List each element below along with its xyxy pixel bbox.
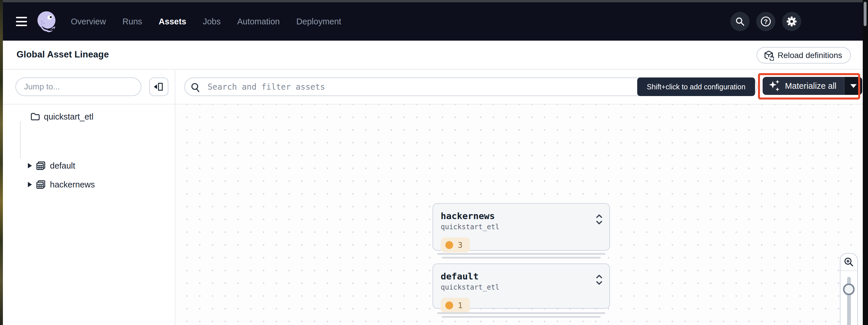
node-subtitle: quickstart_etl xyxy=(441,283,602,291)
search-icon xyxy=(735,17,745,26)
status-dot-icon xyxy=(445,301,453,309)
materialize-dropdown-button[interactable] xyxy=(844,77,862,95)
window-top-edge xyxy=(3,0,863,2)
chevron-down-icon xyxy=(850,84,857,88)
tooltip-text: Shift+click to add configuration xyxy=(647,83,745,91)
jump-to-input[interactable] xyxy=(16,77,142,96)
hamburger-menu-icon[interactable] xyxy=(16,17,27,26)
collapse-sidebar-button[interactable] xyxy=(149,77,168,96)
node-title: hackernews xyxy=(441,211,602,221)
zoom-slider-handle[interactable] xyxy=(843,284,855,295)
expand-collapse-icon[interactable] xyxy=(595,214,603,225)
settings-button[interactable] xyxy=(782,12,801,31)
sparkles-icon xyxy=(768,79,781,93)
materialize-tooltip: Shift+click to add configuration xyxy=(637,77,755,96)
stacked-assets-line xyxy=(437,253,605,255)
materialize-split-button: Materialize all xyxy=(763,77,862,95)
asset-group-icon xyxy=(36,180,46,189)
caret-right-icon[interactable] xyxy=(28,163,32,168)
expand-collapse-icon[interactable] xyxy=(595,274,603,286)
asset-count-badge: 1 xyxy=(441,298,470,313)
nav-item-overview[interactable]: Overview xyxy=(71,17,106,26)
zoom-in-button[interactable] xyxy=(840,254,857,271)
node-title: default xyxy=(441,271,602,282)
zoom-control xyxy=(840,253,858,325)
collapse-panel-icon xyxy=(154,83,164,91)
top-nav: Overview Runs Assets Jobs Automation Dep… xyxy=(3,2,863,41)
help-button[interactable]: ? xyxy=(756,12,775,31)
tree-row-default[interactable]: default xyxy=(28,158,75,173)
materialize-all-button[interactable]: Materialize all xyxy=(763,77,844,95)
page-title: Global Asset Lineage xyxy=(17,49,109,60)
zoom-in-icon xyxy=(844,257,854,267)
asset-group-icon xyxy=(36,161,46,170)
tree-row-hackernews[interactable]: hackernews xyxy=(28,177,95,192)
node-subtitle: quickstart_etl xyxy=(441,223,602,231)
nav-item-automation[interactable]: Automation xyxy=(237,17,280,26)
search-button[interactable] xyxy=(731,12,749,31)
asset-group-node-default[interactable]: default quickstart_etl 1 xyxy=(433,263,610,309)
tree-label: quickstart_etl xyxy=(44,112,93,122)
caret-right-icon[interactable] xyxy=(28,182,32,187)
lineage-graph[interactable]: hackernews quickstart_etl 3 default quic… xyxy=(175,104,863,325)
nav-item-deployment[interactable]: Deployment xyxy=(297,17,341,26)
browser-scrollbar-area xyxy=(863,0,868,325)
nav-item-jobs[interactable]: Jobs xyxy=(203,17,221,26)
materialize-all-label: Materialize all xyxy=(785,81,836,91)
help-icon: ? xyxy=(760,16,771,27)
asset-count: 3 xyxy=(458,240,462,250)
tree-indent-guide xyxy=(20,121,21,158)
nav-item-runs[interactable]: Runs xyxy=(123,17,142,26)
canvas-toolbar xyxy=(175,70,863,104)
asset-tree-sidebar: quickstart_etl default xyxy=(3,70,175,325)
nav-actions: ? xyxy=(731,12,801,31)
tree-label: default xyxy=(50,161,75,171)
scrollbar-thumb[interactable] xyxy=(864,2,867,26)
asset-count-badge: 3 xyxy=(441,237,470,253)
page-header: Global Asset Lineage Reload definitions xyxy=(3,41,863,70)
asset-count: 1 xyxy=(458,301,462,310)
lineage-canvas: hackernews quickstart_etl 3 default quic… xyxy=(175,70,863,325)
reload-cube-icon xyxy=(764,50,774,61)
tree-label: hackernews xyxy=(50,180,95,190)
reload-definitions-button[interactable]: Reload definitions xyxy=(756,47,851,64)
nav-item-assets[interactable]: Assets xyxy=(159,17,186,26)
app-window: Overview Runs Assets Jobs Automation Dep… xyxy=(0,0,868,325)
stacked-assets-line xyxy=(442,316,601,318)
tree-row-quickstart-etl[interactable]: quickstart_etl xyxy=(30,109,93,124)
svg-text:?: ? xyxy=(764,18,768,25)
asset-group-node-hackernews[interactable]: hackernews quickstart_etl 3 xyxy=(433,203,610,251)
dagster-logo-icon[interactable] xyxy=(35,10,59,34)
stacked-assets-line xyxy=(442,257,601,259)
folder-icon xyxy=(30,112,40,121)
desktop-wallpaper-sliver xyxy=(0,0,3,325)
status-dot-icon xyxy=(445,241,453,249)
reload-definitions-label: Reload definitions xyxy=(777,51,842,60)
gear-icon xyxy=(786,16,797,27)
stacked-assets-line xyxy=(437,312,605,314)
nav-menu: Overview Runs Assets Jobs Automation Dep… xyxy=(71,2,341,41)
sidebar-toolbar xyxy=(3,70,175,104)
